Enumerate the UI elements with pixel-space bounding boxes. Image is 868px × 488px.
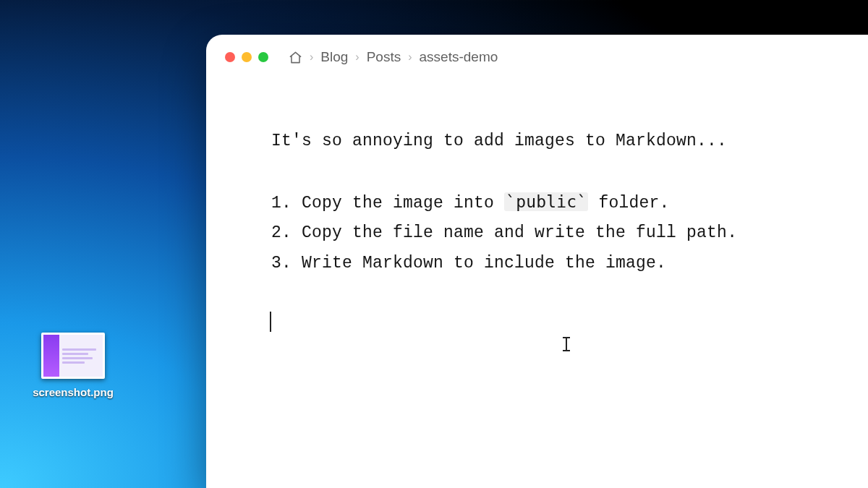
- zoom-button[interactable]: [258, 52, 268, 62]
- home-icon[interactable]: [289, 51, 302, 64]
- inline-code: `public`: [504, 192, 588, 211]
- breadcrumb-blog[interactable]: Blog: [320, 49, 348, 65]
- file-label: screenshot.png: [33, 386, 114, 398]
- list-item: Write Markdown to include the image.: [271, 251, 833, 277]
- minimize-button[interactable]: [242, 52, 252, 62]
- empty-line: [271, 312, 833, 332]
- desktop-file-screenshot[interactable]: screenshot.png: [33, 333, 113, 398]
- desktop-wallpaper: screenshot.png › Blog › Posts: [0, 0, 868, 488]
- list-item: Copy the file name and write the full pa…: [271, 221, 833, 247]
- chevron-right-icon: ›: [355, 51, 359, 64]
- text-caret: [270, 312, 271, 332]
- steps-list: Copy the image into `public` folder. Cop…: [271, 189, 833, 277]
- breadcrumb-assets-demo[interactable]: assets-demo: [420, 49, 498, 65]
- breadcrumb: › Blog › Posts › assets-demo: [289, 49, 498, 65]
- file-thumbnail: [41, 333, 105, 379]
- step-text: Write Markdown to include the image.: [302, 254, 666, 273]
- intro-line: It's so annoying to add images to Markdo…: [271, 129, 833, 155]
- step-text: Copy the image into: [302, 194, 504, 213]
- window-titlebar: › Blog › Posts › assets-demo: [206, 35, 868, 72]
- chevron-right-icon: ›: [310, 51, 313, 64]
- editor-window: › Blog › Posts › assets-demo It's so ann…: [206, 35, 868, 488]
- editor-content[interactable]: It's so annoying to add images to Markdo…: [206, 72, 868, 332]
- list-item: Copy the image into `public` folder.: [271, 189, 833, 217]
- window-traffic-lights: [225, 52, 268, 62]
- chevron-right-icon: ›: [408, 51, 412, 64]
- step-text: folder.: [588, 194, 669, 213]
- breadcrumb-posts[interactable]: Posts: [367, 49, 401, 65]
- close-button[interactable]: [225, 52, 235, 62]
- step-text: Copy the file name and write the full pa…: [302, 223, 737, 242]
